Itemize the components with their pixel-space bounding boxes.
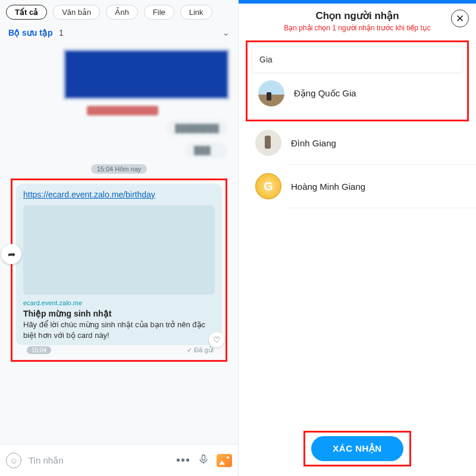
tab-text[interactable]: Văn bản: [53, 5, 100, 20]
filter-tabs: Tất cả Văn bản Ảnh File Link: [0, 0, 238, 22]
avatar: G: [255, 173, 281, 199]
time-divider: 15:04 Hôm nay: [91, 164, 148, 174]
composer: ☺ Tin nhắn •••: [0, 444, 238, 476]
search-highlight: Gia Đặng Quốc Gia: [246, 40, 469, 121]
more-icon[interactable]: •••: [176, 453, 190, 467]
card-domain: ecard.event.zalo.me: [23, 299, 215, 306]
link-card[interactable]: https://ecard.event.zalo.me/birthday eca…: [16, 184, 222, 345]
heart-icon[interactable]: ♡: [209, 332, 224, 347]
blurred-bubble: ████████: [167, 120, 227, 136]
link-card-highlight: https://ecard.event.zalo.me/birthday eca…: [11, 178, 227, 362]
tab-file[interactable]: File: [144, 5, 174, 20]
card-title: Thiệp mừng sinh nhật: [23, 309, 215, 318]
chat-panel: Tất cả Văn bản Ảnh File Link Bộ sưu tập …: [0, 0, 238, 476]
contact-name: Đặng Quốc Gia: [294, 88, 356, 99]
blurred-message: [63, 49, 230, 100]
panel-header: Chọn người nhận Bạn phải chọn 1 người nh…: [239, 4, 476, 36]
panel-title: Chọn người nhận: [248, 10, 466, 22]
divider: [286, 208, 476, 208]
emoji-icon[interactable]: ☺: [6, 453, 21, 468]
contact-row[interactable]: G Hoàng Minh Giang: [239, 165, 476, 208]
search-input[interactable]: Gia: [252, 47, 462, 72]
message-status: ✓ Đã gửi: [187, 346, 214, 354]
message-time: 15:04: [27, 346, 51, 354]
close-icon[interactable]: ✕: [451, 10, 469, 27]
contact-row[interactable]: Đình Giang: [239, 121, 476, 164]
svg-rect-0: [202, 455, 205, 460]
confirm-button[interactable]: XÁC NHẬN: [311, 436, 403, 461]
collection-row[interactable]: Bộ sưu tập 1 ⌄: [0, 22, 238, 44]
chat-scroll[interactable]: ████████ ███ 15:04 Hôm nay https://ecard…: [0, 44, 238, 444]
recipient-panel: Chọn người nhận Bạn phải chọn 1 người nh…: [238, 0, 476, 476]
card-url[interactable]: https://ecard.event.zalo.me/birthday: [23, 190, 215, 199]
tab-link[interactable]: Link: [180, 5, 212, 20]
avatar: [258, 80, 284, 107]
mic-icon[interactable]: [198, 452, 209, 469]
chevron-down-icon: ⌄: [222, 27, 230, 38]
panel-footer: XÁC NHẬN: [239, 424, 476, 476]
blurred-text: [87, 106, 158, 115]
tab-image[interactable]: Ảnh: [106, 5, 137, 20]
collection-count: 1: [59, 28, 64, 37]
card-image-placeholder: [23, 205, 215, 295]
confirm-highlight: XÁC NHẬN: [303, 431, 411, 466]
contact-row[interactable]: Đặng Quốc Gia: [252, 72, 462, 115]
tab-all[interactable]: Tất cả: [6, 5, 47, 20]
message-input[interactable]: Tin nhắn: [29, 455, 169, 466]
avatar: [255, 130, 281, 156]
gallery-icon[interactable]: [217, 454, 232, 467]
contact-name: Đình Giang: [291, 138, 336, 148]
card-description: Hãy để lời chúc mừng sinh nhật của bạn t…: [23, 320, 215, 340]
contact-name: Hoàng Minh Giang: [291, 181, 365, 192]
collection-label: Bộ sưu tập: [8, 28, 52, 37]
blurred-bubble: ███: [186, 142, 227, 158]
share-icon[interactable]: ➦: [1, 244, 21, 264]
panel-subtitle: Bạn phải chọn 1 người nhận trước khi tiế…: [248, 24, 466, 32]
